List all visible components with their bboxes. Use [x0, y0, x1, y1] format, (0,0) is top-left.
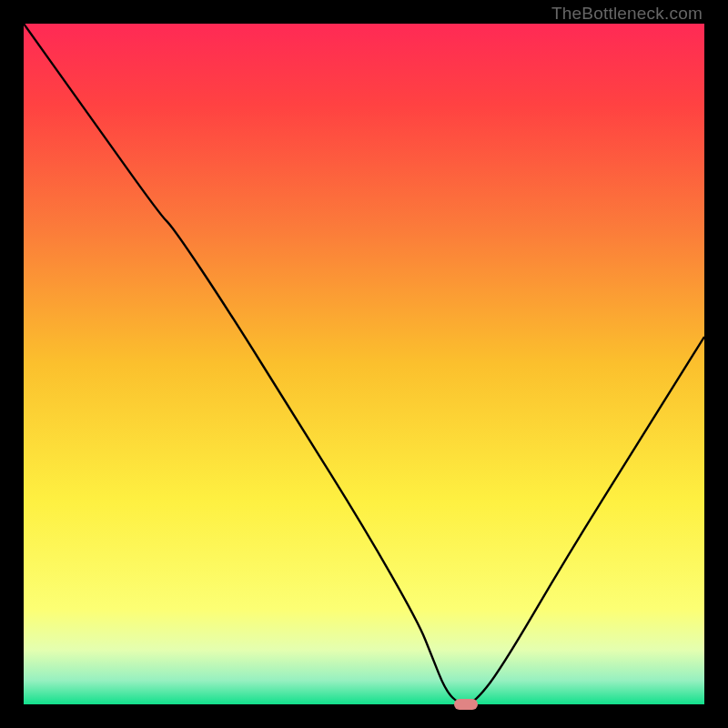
gradient-background — [24, 24, 704, 704]
svg-rect-0 — [24, 24, 704, 704]
optimal-marker — [454, 699, 478, 710]
watermark-text: TheBottleneck.com — [551, 4, 703, 24]
plot-area — [24, 24, 704, 704]
chart-container: TheBottleneck.com — [0, 0, 728, 728]
